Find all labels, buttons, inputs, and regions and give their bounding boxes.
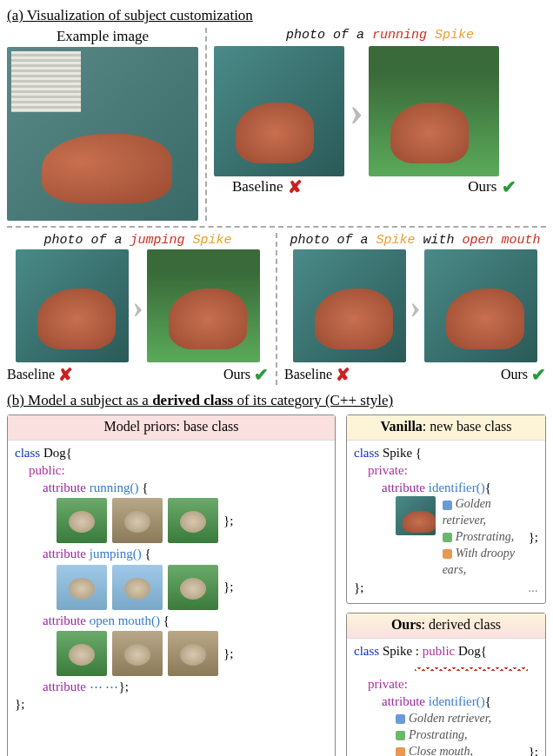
attr-text: Prostrating, <box>456 530 515 543</box>
prompt-openmouth: photo of a Spike with open mouth <box>284 233 546 248</box>
attr-text: Golden retriever, <box>409 712 491 725</box>
prompt-attr: open mouth <box>463 233 541 248</box>
attr-item: Golden retriever, <box>443 496 525 529</box>
brace-close: }; <box>354 579 363 596</box>
window-blinds <box>11 51 81 112</box>
fn-identifier: identifier() <box>429 694 485 708</box>
image-pair-running: › <box>214 46 546 176</box>
dog-shape <box>169 288 247 349</box>
baseline-image <box>293 249 406 362</box>
private-kw: private: <box>354 675 538 693</box>
tiny-thumb <box>168 565 218 610</box>
prompt-subject: Spike <box>376 233 415 248</box>
prompt-subject: Spike <box>435 28 474 43</box>
chevron-icon: › <box>410 287 421 325</box>
image-pair-jumping: › <box>7 249 269 362</box>
attr-kw: attribute <box>382 481 429 494</box>
ours-image <box>369 46 499 176</box>
baseline-caption: Baseline✘ <box>7 364 73 385</box>
baseline-label: Baseline <box>232 178 283 196</box>
fn-ellipsis: ⋯ ⋯ <box>90 680 119 693</box>
brace: { <box>138 481 148 494</box>
ours-label: Ours <box>501 367 528 382</box>
brace: { <box>481 644 487 658</box>
tiny-thumb <box>57 498 107 543</box>
prompt-attr: running <box>372 28 435 43</box>
baseline-label: Baseline <box>7 367 55 382</box>
brace-close: }; <box>223 645 233 662</box>
dog-shape <box>315 288 393 349</box>
code-area: Model priors: base class class Dog{ publ… <box>7 414 546 756</box>
tiny-thumb <box>112 498 163 543</box>
example-image <box>7 47 198 221</box>
vertical-divider <box>205 28 207 221</box>
openmouth-panel: photo of a Spike with open mouth › Basel… <box>284 233 546 385</box>
dog-illustration <box>42 134 172 203</box>
thumb-row: }; <box>15 498 328 543</box>
attr-item: Golden retriever, <box>354 711 538 727</box>
prompt-prefix: photo of a <box>43 233 130 248</box>
prompt-prefix: photo of a <box>290 233 376 248</box>
thumb-row: }; <box>15 565 328 610</box>
brace-close: }; <box>529 743 538 756</box>
image-pair-openmouth: › <box>284 249 546 362</box>
line: Close mouth, }; <box>354 743 538 756</box>
kw-public: public <box>423 644 458 658</box>
right-stack: Vanilla: new base class class Spike { pr… <box>346 414 546 756</box>
prompt-mid: with <box>416 233 463 248</box>
example-column: Example image <box>7 28 198 221</box>
brace-close: }; <box>223 578 233 595</box>
brace: { <box>485 694 491 708</box>
cross-icon: ✘ <box>288 176 303 197</box>
prompt-subject: Spike <box>193 233 232 248</box>
bullet-icon <box>396 714 405 724</box>
ours-caption: Ours✔ <box>439 176 546 197</box>
kw-class: class <box>354 446 383 460</box>
attr-list: Golden retriever, Prostrating, With droo… <box>443 496 525 578</box>
brace: { <box>66 446 72 460</box>
fn-identifier: identifier() <box>429 481 485 494</box>
line: attribute identifier(){ <box>354 693 538 710</box>
brace: { <box>416 446 422 460</box>
priors-header: Model priors: base class <box>8 415 335 441</box>
line: class Spike { <box>354 444 538 461</box>
check-icon: ✔ <box>254 364 269 385</box>
bullet-icon <box>396 731 405 740</box>
attr-kw: attribute <box>43 547 90 560</box>
ours-image <box>147 249 260 362</box>
identifier-content: Golden retriever, Prostrating, With droo… <box>354 496 538 578</box>
prompt-attr: jumping <box>130 233 193 248</box>
attr-kw: attribute <box>43 680 90 693</box>
vanilla-title-bold: Vanilla <box>381 419 423 434</box>
brace-close: }; <box>15 695 328 713</box>
running-panel: photo of a running Spike › Baseline✘ Our… <box>214 28 546 221</box>
tiny-thumb <box>57 631 107 676</box>
dog-shape <box>446 288 524 349</box>
line: class Spike : public Dog{ <box>354 642 538 660</box>
bullet-icon <box>443 501 452 510</box>
horizontal-divider <box>7 226 546 228</box>
squiggle-icon <box>415 666 528 671</box>
prompt-running: photo of a running Spike <box>214 28 546 43</box>
attr-item: Prostrating, <box>354 727 538 744</box>
priors-box: Model priors: base class class Dog{ publ… <box>7 414 336 756</box>
tiny-thumb <box>112 631 163 676</box>
squiggle-underline <box>354 658 538 675</box>
attr-kw: attribute <box>382 694 429 708</box>
line: attribute ⋯ ⋯}; <box>15 678 328 695</box>
cross-icon: ✘ <box>58 364 73 385</box>
prompt-prefix: photo of a <box>286 28 372 43</box>
line: attribute running() { <box>15 479 328 496</box>
bottom-row: photo of a jumping Spike › Baseline✘ Our… <box>7 233 546 385</box>
tiny-thumb <box>168 631 218 676</box>
section-b-tail: of its category (C++ style) <box>233 392 393 408</box>
dog-shape <box>390 103 469 163</box>
line: };... <box>354 579 538 596</box>
spacer <box>326 176 433 197</box>
class-name: Spike <box>383 644 416 658</box>
attr-text: With droopy ears, <box>443 547 515 576</box>
attr-text: Close mouth, <box>409 745 473 756</box>
attr-item: Prostrating, <box>443 529 525 546</box>
caption-pair: Baseline✘ Ours✔ <box>284 364 546 385</box>
jumping-panel: photo of a jumping Spike › Baseline✘ Our… <box>7 233 269 385</box>
